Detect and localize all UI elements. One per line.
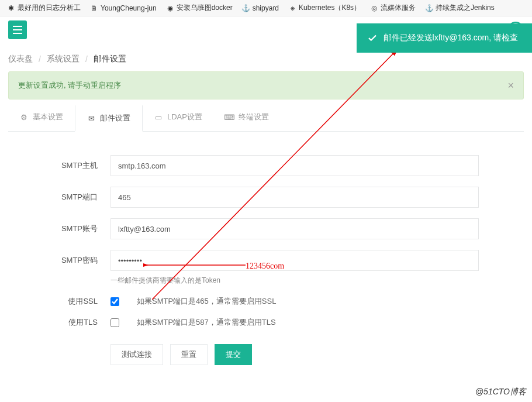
bookmark-item[interactable]: 🗎YoungCheung-jun: [87, 3, 160, 13]
hamburger-icon: [13, 26, 22, 34]
success-toast: 邮件已经发送lxftty@163.com, 请检查: [357, 23, 532, 53]
bookmark-item[interactable]: ⎈Kubernetes（K8s）: [285, 2, 364, 14]
submit-button[interactable]: 提交: [215, 344, 252, 365]
tab-ldap[interactable]: ▭ LDAP设置: [143, 104, 214, 131]
tab-terminal[interactable]: ⌨ 终端设置: [214, 104, 281, 131]
bookmark-item[interactable]: ◉安装乌班图docker: [163, 2, 236, 14]
tabs: ⚙ 基本设置 ✉ 邮件设置 ▭ LDAP设置 ⌨ 终端设置: [8, 104, 524, 132]
favicon-icon: ⚓: [425, 4, 433, 12]
smtp-account-input[interactable]: [110, 218, 479, 239]
breadcrumb-current: 邮件设置: [94, 54, 126, 64]
use-tls-note: 如果SMTP端口是587，通常需要启用TLS: [137, 317, 276, 328]
smtp-password-input[interactable]: [110, 250, 479, 271]
breadcrumb-separator: /: [39, 54, 41, 64]
form-actions: 测试连接 重置 提交: [110, 344, 512, 365]
toast-message: 邮件已经发送lxftty@163.com, 请检查: [384, 33, 518, 43]
tab-label: 邮件设置: [100, 113, 130, 123]
alert-text: 更新设置成功, 请手动重启程序: [18, 80, 121, 91]
smtp-host-label: SMTP主机: [20, 160, 110, 171]
use-ssl-checkbox[interactable]: [110, 297, 119, 306]
password-annotation: 123456com: [246, 262, 284, 271]
bookmark-label: shipyard: [253, 4, 279, 12]
smtp-host-input[interactable]: [110, 155, 479, 176]
menu-toggle-button[interactable]: [8, 20, 27, 39]
smtp-password-help: 一些邮件提供商需要输入的是Token: [110, 276, 512, 286]
smtp-port-input[interactable]: [110, 187, 479, 208]
favicon-icon: ◎: [370, 4, 378, 12]
check-icon: [367, 33, 378, 43]
bookmark-label: 最好用的日志分析工: [18, 3, 81, 13]
reset-button[interactable]: 重置: [170, 344, 208, 365]
email-settings-form: SMTP主机 SMTP端口 SMTP账号 SMTP密码 一些邮件提供商需要输入的…: [8, 132, 524, 377]
use-ssl-label: 使用SSL: [20, 296, 110, 307]
bookmark-item[interactable]: ◎流媒体服务: [367, 2, 419, 14]
smtp-account-label: SMTP账号: [20, 224, 110, 234]
favicon-icon: 🗎: [90, 4, 98, 12]
bookmark-label: Kubernetes（K8s）: [299, 3, 361, 13]
bookmark-label: 安装乌班图docker: [177, 3, 233, 13]
terminal-icon: ⌨: [226, 113, 234, 121]
breadcrumb-separator: /: [85, 54, 88, 64]
watermark: @51CTO博客: [475, 387, 526, 397]
tab-email[interactable]: ✉ 邮件设置: [75, 105, 143, 132]
bookmarks-bar: ✱最好用的日志分析工 🗎YoungCheung-jun ◉安装乌班图docker…: [0, 0, 532, 16]
use-tls-label: 使用TLS: [20, 317, 110, 328]
favicon-icon: ◉: [166, 4, 174, 12]
tab-basic[interactable]: ⚙ 基本设置: [8, 104, 75, 131]
tab-label: LDAP设置: [167, 112, 202, 122]
use-tls-checkbox[interactable]: [110, 318, 119, 327]
breadcrumb: 仪表盘 / 系统设置 / 邮件设置: [8, 54, 524, 64]
success-alert: 更新设置成功, 请手动重启程序 ×: [8, 71, 524, 99]
tab-label: 基本设置: [33, 112, 63, 122]
bookmark-label: 流媒体服务: [381, 3, 416, 13]
bookmark-item[interactable]: ✱最好用的日志分析工: [4, 2, 84, 14]
bookmark-label: YoungCheung-jun: [101, 4, 157, 12]
alert-close-button[interactable]: ×: [507, 80, 514, 91]
breadcrumb-dashboard[interactable]: 仪表盘: [8, 54, 33, 64]
folder-icon: ▭: [154, 113, 163, 121]
breadcrumb-settings[interactable]: 系统设置: [47, 54, 80, 64]
favicon-icon: ⚓: [242, 4, 250, 12]
test-connection-button[interactable]: 测试连接: [110, 344, 163, 365]
use-ssl-note: 如果SMTP端口是465，通常需要启用SSL: [137, 296, 276, 307]
smtp-port-label: SMTP端口: [20, 192, 110, 202]
bookmark-label: 持续集成之Jenkins: [436, 3, 495, 13]
bookmark-item[interactable]: ⚓shipyard: [239, 3, 282, 13]
tab-label: 终端设置: [239, 112, 269, 122]
cog-icon: ⚙: [20, 113, 28, 121]
favicon-icon: ✱: [7, 4, 15, 12]
envelope-icon: ✉: [87, 114, 95, 122]
favicon-icon: ⎈: [288, 4, 296, 12]
smtp-password-label: SMTP密码: [20, 255, 110, 266]
bookmark-item[interactable]: ⚓持续集成之Jenkins: [422, 2, 498, 14]
